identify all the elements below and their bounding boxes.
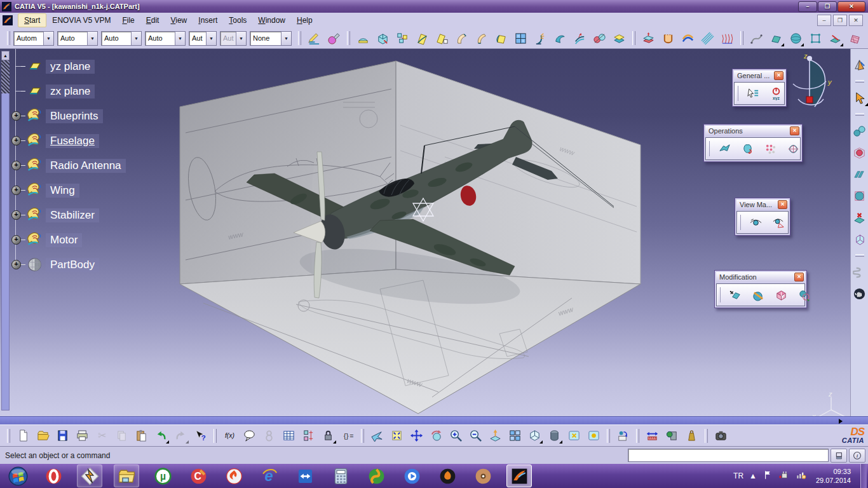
extract-box-icon[interactable]: [374, 30, 391, 47]
doc-close-button[interactable]: ✕: [849, 15, 863, 26]
menu-item-start[interactable]: Start: [18, 13, 46, 27]
wave-analysis-icon[interactable]: [719, 30, 736, 47]
toolbar-grip[interactable]: [214, 429, 217, 443]
geometrical-set-icon[interactable]: [26, 231, 43, 248]
zoom-out-icon[interactable]: [467, 427, 484, 444]
close-icon[interactable]: ✕: [794, 273, 804, 281]
thick-surface-icon[interactable]: [640, 30, 657, 47]
menu-item-window[interactable]: Window: [252, 14, 291, 27]
menu-item-view[interactable]: View: [165, 14, 193, 27]
power-plug-icon[interactable]: [779, 470, 790, 483]
close-button[interactable]: ✕: [837, 1, 865, 12]
hide-show-icon[interactable]: [566, 427, 583, 444]
taskbar-app-internet-explorer[interactable]: e: [257, 465, 281, 487]
sew-spheres-icon[interactable]: [591, 30, 608, 47]
tree-expander-icon[interactable]: +: [11, 136, 21, 146]
graphic-style-7-dropdown[interactable]: None▼: [250, 31, 292, 46]
language-indicator[interactable]: TR: [733, 471, 743, 480]
taskbar-app-calculator[interactable]: [329, 465, 353, 487]
dropdown-caret-icon[interactable]: [865, 103, 868, 106]
tree-expander-icon[interactable]: +: [11, 260, 21, 269]
shading-mode-icon[interactable]: [546, 427, 563, 444]
graphic-style-6-dropdown[interactable]: Aut▼: [220, 31, 247, 46]
swap-visible-space-icon[interactable]: [585, 427, 602, 444]
camera-eye-icon[interactable]: [770, 214, 788, 232]
delete-face-icon[interactable]: [851, 208, 868, 226]
blend-b-icon[interactable]: [473, 30, 490, 47]
part-body-icon[interactable]: [26, 256, 43, 273]
graphic-style-5-dropdown[interactable]: Aut▼: [189, 31, 217, 46]
constraints-icon[interactable]: {}=: [339, 427, 356, 444]
taskbar-app-ccleaner[interactable]: C: [186, 465, 210, 487]
geometrical-set-icon[interactable]: [26, 207, 43, 224]
transform-surface-icon[interactable]: [726, 286, 745, 304]
toolbar-grip[interactable]: [298, 31, 301, 45]
close-volume-icon[interactable]: [738, 140, 757, 158]
menu-item-help[interactable]: Help: [291, 14, 318, 27]
menu-item-tools[interactable]: Tools: [223, 14, 252, 27]
tree-item-label[interactable]: Stabilizer: [46, 208, 99, 222]
copy-icon[interactable]: [113, 427, 130, 444]
save-icon[interactable]: [54, 427, 71, 444]
dimension-sphere-icon[interactable]: [749, 286, 768, 304]
dropdown-arrow-icon[interactable]: ▼: [87, 32, 97, 45]
menu-item-enovia-v5-vpm[interactable]: ENOVIA V5 VPM: [46, 14, 116, 27]
taskbar-app-fl-studio[interactable]: [435, 465, 459, 487]
taskbar-app-media-player[interactable]: [400, 465, 424, 487]
fill-surface-icon[interactable]: [492, 30, 510, 47]
doc-minimize-button[interactable]: –: [817, 15, 831, 26]
toolbar-grip[interactable]: [636, 429, 639, 443]
select-icon[interactable]: [851, 89, 868, 107]
stacked-planes-icon[interactable]: [611, 30, 628, 47]
tree-expander-icon[interactable]: +: [11, 235, 21, 245]
show-desktop-button[interactable]: [860, 464, 867, 488]
toolbar-grip[interactable]: [738, 86, 738, 101]
multi-selection-icon[interactable]: [851, 122, 868, 140]
tree-item-label[interactable]: zx plane: [46, 85, 95, 98]
fly-mode-icon[interactable]: [369, 427, 386, 444]
dropdown-arrow-icon[interactable]: ▼: [131, 32, 141, 45]
formula-icon[interactable]: f(x): [221, 427, 238, 444]
taskbar-app-file-explorer[interactable]: [114, 464, 139, 487]
toolbar-grip[interactable]: [632, 31, 635, 45]
dropdown-arrow-icon[interactable]: ▼: [236, 32, 246, 45]
geometrical-set-icon[interactable]: [26, 107, 43, 125]
measure-inertia-icon[interactable]: [663, 427, 681, 444]
turntable-icon[interactable]: [614, 427, 632, 444]
toolbar-title-bar[interactable]: View Ma... ✕: [736, 200, 789, 210]
menu-item-edit[interactable]: Edit: [140, 14, 165, 27]
tree-expander-icon[interactable]: +: [11, 210, 21, 220]
menu-item-file[interactable]: File: [116, 14, 140, 27]
spray-surface-icon[interactable]: [532, 30, 549, 47]
pan-hand-icon[interactable]: [851, 285, 868, 302]
graphic-style-4-dropdown[interactable]: Auto▼: [145, 31, 186, 46]
dropdown-caret-icon[interactable]: [186, 440, 189, 444]
lock-icon[interactable]: [320, 427, 337, 444]
toolbar-grip[interactable]: [347, 31, 350, 45]
taskbar-app-disc-burner[interactable]: [471, 465, 495, 487]
parameters-xyz-icon[interactable]: xyz: [767, 85, 785, 103]
plane-icon[interactable]: [26, 58, 43, 75]
mass-properties-icon[interactable]: [683, 427, 700, 444]
bounding-volume-icon[interactable]: [784, 140, 803, 158]
graphic-properties-icon[interactable]: [306, 30, 323, 47]
dropdown-caret-icon[interactable]: [166, 440, 169, 444]
tree-item-wing[interactable]: +Wing: [4, 178, 175, 203]
open-icon[interactable]: [34, 427, 51, 444]
blend-a-icon[interactable]: [453, 30, 470, 47]
close-icon[interactable]: ✕: [774, 71, 783, 80]
geometrical-set-icon[interactable]: [26, 132, 43, 149]
sew-surface-icon[interactable]: [679, 30, 696, 47]
catalog-icon[interactable]: [300, 427, 317, 444]
multi-extract-icon[interactable]: [394, 30, 411, 47]
compass-manipulation-handle[interactable]: [806, 97, 813, 103]
tree-item-fuselage[interactable]: +Fuselage: [4, 128, 175, 153]
title-bar[interactable]: CATIA V5 - [kawanishi_n1k-j.CATPart] – ❐…: [0, 0, 868, 13]
planar-patch-icon[interactable]: [768, 30, 785, 47]
3d-viewport[interactable]: www www www www: [0, 49, 868, 416]
power-input-field[interactable]: [628, 449, 829, 462]
graphic-style-3-dropdown[interactable]: Auto▼: [101, 31, 142, 46]
capture-icon[interactable]: [712, 427, 729, 444]
isometric-view-icon[interactable]: [526, 427, 543, 444]
extract-solid-icon[interactable]: [772, 286, 790, 304]
